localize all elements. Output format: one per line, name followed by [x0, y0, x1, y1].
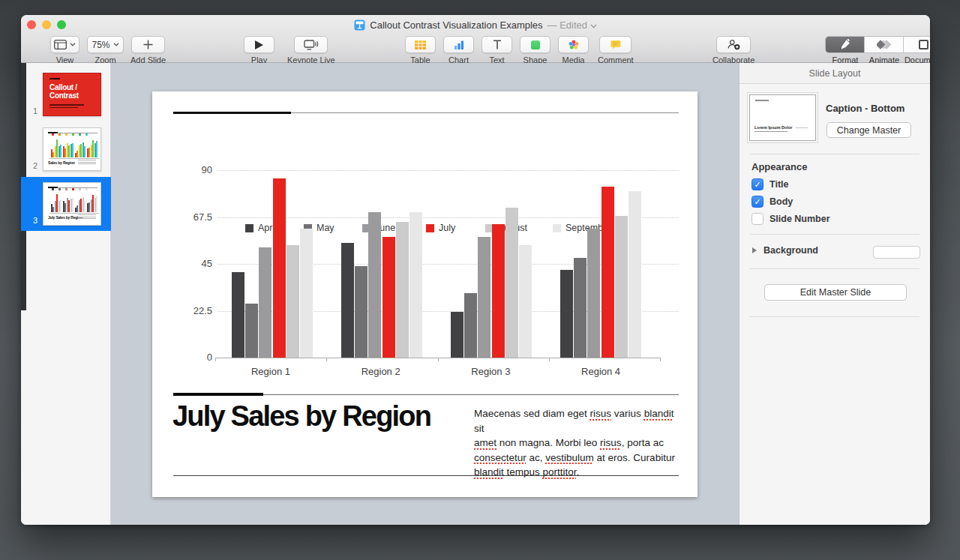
bar-july-3 — [492, 224, 505, 358]
thumb-accent-bar — [50, 78, 60, 79]
bar-august-1 — [286, 245, 299, 358]
x-axis-category-label: Region 1 — [233, 366, 308, 377]
bar-june-3 — [478, 237, 490, 358]
misspelled-word: consectetur — [474, 452, 526, 463]
chevron-down-icon — [70, 43, 76, 46]
legend-swatch — [426, 224, 434, 232]
slide-number: 1 — [26, 106, 38, 115]
keynote-live-icon — [304, 40, 319, 50]
window-chrome: Callout Contrast Visualization Examples … — [21, 15, 930, 63]
slide-thumbnail-2[interactable]: Sales by Region — [43, 127, 101, 171]
mini-legend — [52, 188, 88, 190]
disclosure-triangle-icon — [752, 247, 757, 253]
legend-item-july: July — [426, 223, 455, 233]
mini-bar-group — [75, 197, 86, 212]
appearance-title: Appearance — [752, 161, 807, 172]
keynote-document-icon — [354, 19, 365, 31]
slide-caption-text[interactable]: Maecenas sed diam eget risus varius blan… — [474, 406, 686, 480]
slide-row-3[interactable]: 3July Sales by Region — [21, 177, 111, 231]
media-flower-icon — [568, 40, 579, 50]
mini-bar-group — [75, 142, 86, 157]
mini-paragraph-lines — [78, 160, 96, 166]
misspelled-word: amet — [474, 437, 496, 448]
x-axis-tick — [549, 358, 550, 361]
mini-chart — [51, 138, 98, 157]
x-axis-tick — [215, 358, 216, 361]
slide-number: 3 — [26, 216, 38, 225]
add-slide-button[interactable] — [131, 36, 165, 53]
slide-thumbnail-3[interactable]: July Sales by Region — [43, 182, 101, 226]
background-color-well[interactable] — [873, 246, 920, 259]
y-axis-tick-label: 45 — [181, 258, 212, 269]
insert-chart-button[interactable] — [443, 36, 474, 53]
insert-media-button[interactable] — [558, 36, 589, 53]
slide-thumbnail-1[interactable]: Callout / Contrast — [43, 73, 101, 116]
master-slide-thumbnail[interactable]: Lorem Ipsum Dolor — [749, 94, 816, 141]
layout-name: Caption - Bottom — [826, 103, 904, 114]
misspelled-word: vestibulum — [545, 452, 594, 463]
mini-bar-group — [63, 198, 74, 212]
checkbox-label: Title — [770, 179, 788, 190]
slide-editor[interactable]: AprilMayJuneJulyAugustSeptember 022.5456… — [152, 91, 698, 497]
y-axis-tick-label: 90 — [181, 164, 212, 175]
x-axis-tick — [438, 358, 439, 361]
bar-april-3 — [451, 312, 464, 358]
checkbox-body[interactable]: ✓ — [752, 196, 764, 208]
x-axis-category-label: Region 3 — [453, 366, 528, 377]
view-panes-icon — [54, 40, 67, 49]
checkbox-slide-number[interactable] — [752, 213, 764, 225]
slide-row-1[interactable]: 1Callout / Contrast — [21, 67, 111, 121]
mini-legend — [52, 133, 88, 136]
edited-status[interactable]: — Edited — [548, 19, 597, 31]
x-axis-category-label: Region 4 — [563, 366, 638, 377]
window-title: Callout Contrast Visualization Examples — [370, 19, 542, 31]
mini-baseline — [50, 213, 99, 214]
legend-label: July — [439, 223, 455, 233]
collaborate-button[interactable] — [716, 36, 751, 53]
bar-june-1 — [259, 247, 272, 358]
play-button[interactable] — [244, 36, 274, 53]
checkbox-title[interactable]: ✓ — [752, 178, 764, 190]
slide-title-text[interactable]: July Sales by Region — [172, 400, 430, 433]
table-icon — [415, 40, 426, 49]
appearance-row-slide-number: Slide Number — [752, 211, 830, 226]
format-brush-icon — [839, 39, 850, 50]
format-tab[interactable] — [826, 37, 865, 52]
inspector-header: Slide Layout — [740, 63, 930, 84]
bar-august-2 — [396, 222, 409, 358]
keynote-live-button[interactable] — [294, 36, 328, 53]
gridline — [218, 170, 679, 171]
collaborate-icon — [728, 39, 740, 50]
comment-button[interactable] — [599, 36, 632, 53]
bar-june-4 — [587, 229, 600, 358]
edit-master-slide-button[interactable]: Edit Master Slide — [764, 284, 907, 301]
mini-bar-group — [63, 143, 74, 157]
mini-bar-group — [51, 139, 62, 157]
document-tab[interactable] — [904, 37, 930, 52]
bar-may-3 — [464, 293, 477, 358]
desktop: Callout Contrast Visualization Examples … — [0, 0, 960, 560]
misspelled-word: risus — [600, 437, 622, 448]
bottom-rule — [173, 475, 679, 476]
y-axis-tick-label: 22.5 — [181, 305, 212, 316]
slide-row-2[interactable]: 2Sales by Region — [21, 122, 111, 176]
misspelled-word: blandit — [644, 408, 674, 419]
insert-shape-button[interactable] — [520, 36, 550, 53]
bar-chart-icon — [454, 40, 464, 49]
insert-text-button[interactable] — [482, 36, 512, 53]
x-axis-category-label: Region 2 — [344, 366, 418, 377]
inspector-segmented-control — [825, 36, 930, 53]
mini-caption-text: Sales by Region — [48, 160, 75, 165]
view-button[interactable] — [50, 36, 80, 53]
slide-number: 2 — [26, 161, 38, 170]
change-master-button[interactable]: Change Master — [826, 122, 911, 138]
insert-table-button[interactable] — [405, 36, 436, 53]
play-icon — [255, 40, 263, 49]
mini-chart — [51, 193, 98, 212]
chevron-down-icon — [590, 24, 597, 28]
animate-tab[interactable] — [865, 37, 904, 52]
x-axis-tick — [660, 358, 661, 361]
zoom-button[interactable]: 75% — [87, 36, 124, 53]
background-disclosure[interactable]: Background — [752, 245, 818, 256]
top-rule-accent — [173, 112, 291, 114]
